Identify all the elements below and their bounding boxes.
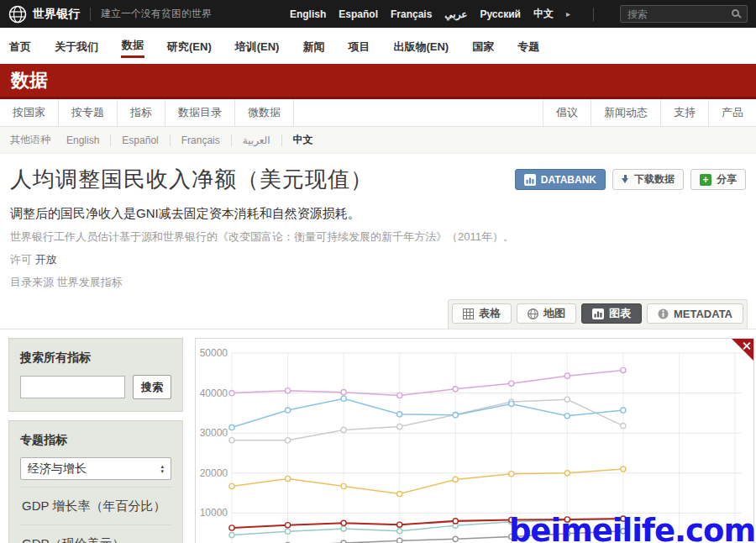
- tab-METADATA[interactable]: METADATA: [647, 303, 743, 324]
- page-language-中文[interactable]: 中文: [282, 133, 324, 147]
- nav-item-国家[interactable]: 国家: [471, 35, 495, 57]
- nav-item-研究(EN)[interactable]: 研究(EN): [166, 35, 213, 57]
- page-language-Español[interactable]: Español: [111, 134, 170, 146]
- tab-label: 地图: [543, 306, 565, 321]
- nav-item-新闻[interactable]: 新闻: [302, 35, 325, 57]
- topbar-language-link[interactable]: Русский: [480, 8, 521, 20]
- tab-label: METADATA: [674, 308, 732, 320]
- main-nav: 首页关于我们数据研究(EN)培训(EN)新闻项目出版物(EN)国家专题: [0, 28, 756, 64]
- nav-item-项目[interactable]: 项目: [347, 35, 370, 57]
- databank-button[interactable]: DATABANK: [515, 169, 606, 190]
- select-arrows-icon: ▴▾: [160, 464, 164, 474]
- tab-图表[interactable]: 图表: [581, 303, 642, 324]
- worldbank-logo[interactable]: 世界银行: [8, 5, 80, 24]
- topbar-language-link[interactable]: عربي: [444, 8, 467, 20]
- tab-地图[interactable]: 地图: [517, 303, 576, 324]
- sidebar: 搜索所有指标 搜索 专题指标 经济与增长 ▴▾ GDP 增长率（年百分比）GDP…: [8, 338, 183, 543]
- share-button[interactable]: 分享: [690, 169, 746, 190]
- tab-label: 表格: [479, 306, 501, 321]
- info-icon: [658, 308, 669, 319]
- subnav-item-数据目录[interactable]: 数据目录: [165, 99, 235, 126]
- svg-text:20000: 20000: [200, 467, 228, 479]
- share-label: 分享: [717, 172, 737, 187]
- subnav-item-指标[interactable]: 指标: [118, 99, 165, 126]
- globe-logo-icon: [8, 5, 27, 24]
- tagline: 建立一个没有贫困的世界: [101, 7, 212, 21]
- topic-select[interactable]: 经济与增长 ▴▾: [20, 457, 171, 480]
- page-language-bar: 其他语种 EnglishEspañolFrançaisالعربية中文: [0, 127, 756, 154]
- download-label: 下载数据: [634, 172, 675, 187]
- nav-item-数据[interactable]: 数据: [121, 34, 144, 58]
- license-label: 许可: [10, 253, 32, 266]
- page-language-English[interactable]: English: [55, 134, 111, 146]
- indicator-search-input[interactable]: [20, 376, 125, 398]
- indicator-description: 调整后的国民净收入是GNI减去固定资本消耗和自然资源损耗。: [10, 206, 746, 222]
- subnav-item-支持[interactable]: 支持: [660, 99, 708, 126]
- subnav-item-按国家[interactable]: 按国家: [0, 99, 59, 126]
- tab-表格[interactable]: 表格: [452, 303, 512, 324]
- nav-item-专题[interactable]: 专题: [517, 35, 540, 57]
- databank-label: DATABANK: [541, 174, 596, 186]
- databank-chart-icon: [524, 174, 536, 186]
- nav-item-培训(EN)[interactable]: 培训(EN): [234, 35, 281, 57]
- svg-text:10000: 10000: [200, 507, 228, 519]
- other-languages-label: 其他语种: [10, 133, 50, 147]
- page-language-العربية[interactable]: العربية: [232, 134, 282, 146]
- topbar-divider: [593, 8, 594, 21]
- svg-text:50000: 50000: [200, 347, 228, 359]
- series-美国: [229, 367, 626, 398]
- chart-icon: [592, 308, 604, 319]
- subnav-spacer: [294, 99, 543, 126]
- corner-ribbon[interactable]: [732, 339, 753, 361]
- topbar-divider: [90, 8, 91, 21]
- top-bar: 世界银行 建立一个没有贫困的世界 EnglishEspañolFrançaisع…: [0, 0, 756, 28]
- search-icon[interactable]: [732, 9, 739, 17]
- indicator-link[interactable]: GDP（现价美元）: [20, 525, 171, 543]
- nav-item-首页[interactable]: 首页: [8, 35, 32, 57]
- page-language-Français[interactable]: Français: [171, 134, 232, 146]
- table-icon: [463, 308, 474, 319]
- series-大韩民国: [229, 467, 626, 497]
- view-tabs-row: 表格地图图表METADATA: [0, 293, 756, 329]
- license-row: 许可 开放: [10, 252, 746, 267]
- nav-item-关于我们[interactable]: 关于我们: [54, 35, 99, 57]
- nav-item-出版物(EN)[interactable]: 出版物(EN): [392, 35, 449, 57]
- more-languages-arrow[interactable]: ▸: [566, 9, 570, 18]
- globe-icon: [528, 308, 538, 319]
- search-indicators-box: 搜索所有指标 搜索: [8, 338, 183, 412]
- topbar-language-link[interactable]: Español: [339, 8, 378, 20]
- indicator-link[interactable]: GDP 增长率（年百分比）: [20, 487, 171, 525]
- topbar-language-link[interactable]: 中文: [533, 7, 554, 21]
- section-banner: 数据: [0, 64, 756, 99]
- source-note: 世界银行工作人员估计基于源和世界银行的《改变国富论：衡量可持续发展的新千年方法》…: [10, 229, 746, 245]
- catalog-source-value[interactable]: 世界发展指标: [57, 276, 123, 288]
- topic-indicators-box: 专题指标 经济与增长 ▴▾ GDP 增长率（年百分比）GDP（现价美元）中央政府…: [8, 420, 183, 543]
- catalog-source-label: 目录来源: [10, 276, 54, 288]
- download-icon: [622, 175, 629, 185]
- logo-text: 世界银行: [33, 7, 80, 22]
- topbar-language-link[interactable]: Français: [391, 8, 432, 20]
- topic-select-value: 经济与增长: [28, 461, 87, 477]
- catalog-row: 目录来源 世界发展指标: [10, 275, 746, 290]
- license-value[interactable]: 开放: [35, 253, 57, 266]
- subnav-item-微数据[interactable]: 微数据: [235, 99, 294, 126]
- section-title: 数据: [11, 68, 48, 93]
- tab-label: 图表: [609, 306, 631, 321]
- topbar-search-input[interactable]: [620, 5, 748, 23]
- watermark: beimeilife.com: [509, 513, 755, 543]
- subnav-item-新闻动态[interactable]: 新闻动态: [591, 99, 660, 126]
- subnav-item-倡议[interactable]: 倡议: [543, 99, 591, 126]
- topbar-language-link[interactable]: English: [290, 8, 326, 20]
- download-data-button[interactable]: 下载数据: [612, 169, 684, 190]
- svg-text:40000: 40000: [200, 387, 228, 399]
- topic-indicators-title: 专题指标: [20, 433, 171, 448]
- subnav-item-产品[interactable]: 产品: [708, 99, 756, 126]
- page-title: 人均调整国民收入净额（美元现值）: [10, 165, 373, 194]
- svg-text:30000: 30000: [200, 427, 228, 439]
- subnav-item-按专题[interactable]: 按专题: [59, 99, 118, 126]
- data-subnav: 按国家按专题指标数据目录微数据倡议新闻动态支持产品: [0, 99, 756, 127]
- series-日本: [229, 397, 626, 443]
- share-plus-icon: [700, 174, 711, 186]
- indicator-search-button[interactable]: 搜索: [133, 375, 171, 399]
- search-indicators-title: 搜索所有指标: [20, 351, 171, 366]
